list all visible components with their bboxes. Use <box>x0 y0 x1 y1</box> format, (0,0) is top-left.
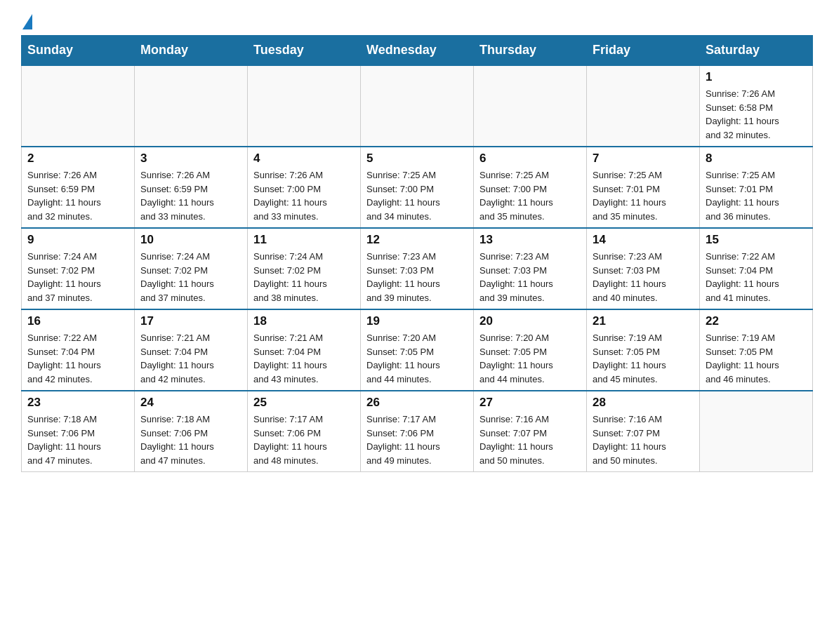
calendar-cell: 13Sunrise: 7:23 AM Sunset: 7:03 PM Dayli… <box>474 228 587 309</box>
day-info: Sunrise: 7:19 AM Sunset: 7:05 PM Dayligh… <box>706 331 807 386</box>
calendar-cell: 18Sunrise: 7:21 AM Sunset: 7:04 PM Dayli… <box>248 309 361 391</box>
day-number: 11 <box>253 233 355 247</box>
day-number: 5 <box>366 152 468 166</box>
day-number: 4 <box>253 152 355 166</box>
day-number: 17 <box>140 314 241 328</box>
calendar-cell: 8Sunrise: 7:25 AM Sunset: 7:01 PM Daylig… <box>700 147 813 228</box>
day-number: 28 <box>593 396 694 410</box>
calendar-cell <box>248 65 361 147</box>
day-info: Sunrise: 7:21 AM Sunset: 7:04 PM Dayligh… <box>253 331 355 386</box>
day-info: Sunrise: 7:26 AM Sunset: 6:59 PM Dayligh… <box>140 168 241 223</box>
day-info: Sunrise: 7:26 AM Sunset: 6:59 PM Dayligh… <box>27 168 128 223</box>
calendar-cell: 7Sunrise: 7:25 AM Sunset: 7:01 PM Daylig… <box>587 147 700 228</box>
day-number: 16 <box>27 314 128 328</box>
logo <box>21 14 32 28</box>
day-number: 25 <box>253 396 355 410</box>
calendar-cell: 21Sunrise: 7:19 AM Sunset: 7:05 PM Dayli… <box>587 309 700 391</box>
day-number: 9 <box>27 233 128 247</box>
day-info: Sunrise: 7:21 AM Sunset: 7:04 PM Dayligh… <box>140 331 241 386</box>
calendar-cell: 22Sunrise: 7:19 AM Sunset: 7:05 PM Dayli… <box>700 309 813 391</box>
day-info: Sunrise: 7:16 AM Sunset: 7:07 PM Dayligh… <box>479 412 581 467</box>
day-number: 18 <box>253 314 355 328</box>
day-number: 24 <box>140 396 241 410</box>
calendar-cell: 1Sunrise: 7:26 AM Sunset: 6:58 PM Daylig… <box>700 65 813 147</box>
day-info: Sunrise: 7:22 AM Sunset: 7:04 PM Dayligh… <box>706 250 807 304</box>
calendar-cell <box>135 65 248 147</box>
calendar-cell: 19Sunrise: 7:20 AM Sunset: 7:05 PM Dayli… <box>361 309 474 391</box>
day-number: 3 <box>140 152 241 166</box>
day-info: Sunrise: 7:25 AM Sunset: 7:01 PM Dayligh… <box>593 168 694 223</box>
calendar-cell: 5Sunrise: 7:25 AM Sunset: 7:00 PM Daylig… <box>361 147 474 228</box>
day-number: 8 <box>706 152 807 166</box>
day-info: Sunrise: 7:26 AM Sunset: 7:00 PM Dayligh… <box>253 168 355 223</box>
day-number: 7 <box>593 152 694 166</box>
calendar-cell: 6Sunrise: 7:25 AM Sunset: 7:00 PM Daylig… <box>474 147 587 228</box>
calendar-cell <box>700 391 813 472</box>
weekday-header-saturday: Saturday <box>700 36 813 66</box>
calendar-cell: 28Sunrise: 7:16 AM Sunset: 7:07 PM Dayli… <box>587 391 700 472</box>
weekday-header-wednesday: Wednesday <box>361 36 474 66</box>
day-info: Sunrise: 7:23 AM Sunset: 7:03 PM Dayligh… <box>479 250 581 304</box>
calendar-cell <box>22 65 135 147</box>
week-row-1: 1Sunrise: 7:26 AM Sunset: 6:58 PM Daylig… <box>22 65 813 147</box>
day-info: Sunrise: 7:18 AM Sunset: 7:06 PM Dayligh… <box>140 412 241 467</box>
calendar-cell: 3Sunrise: 7:26 AM Sunset: 6:59 PM Daylig… <box>135 147 248 228</box>
calendar-cell: 15Sunrise: 7:22 AM Sunset: 7:04 PM Dayli… <box>700 228 813 309</box>
day-info: Sunrise: 7:16 AM Sunset: 7:07 PM Dayligh… <box>593 412 694 467</box>
day-info: Sunrise: 7:25 AM Sunset: 7:01 PM Dayligh… <box>706 168 807 223</box>
calendar-cell: 16Sunrise: 7:22 AM Sunset: 7:04 PM Dayli… <box>22 309 135 391</box>
day-number: 20 <box>479 314 581 328</box>
calendar-cell: 12Sunrise: 7:23 AM Sunset: 7:03 PM Dayli… <box>361 228 474 309</box>
day-number: 21 <box>593 314 694 328</box>
day-number: 22 <box>706 314 807 328</box>
day-info: Sunrise: 7:17 AM Sunset: 7:06 PM Dayligh… <box>366 412 468 467</box>
day-number: 14 <box>593 233 694 247</box>
day-number: 10 <box>140 233 241 247</box>
day-info: Sunrise: 7:25 AM Sunset: 7:00 PM Dayligh… <box>479 168 581 223</box>
day-info: Sunrise: 7:20 AM Sunset: 7:05 PM Dayligh… <box>479 331 581 386</box>
week-row-5: 23Sunrise: 7:18 AM Sunset: 7:06 PM Dayli… <box>22 391 813 472</box>
calendar-cell: 27Sunrise: 7:16 AM Sunset: 7:07 PM Dayli… <box>474 391 587 472</box>
day-info: Sunrise: 7:24 AM Sunset: 7:02 PM Dayligh… <box>140 250 241 304</box>
day-number: 1 <box>706 70 807 84</box>
day-number: 6 <box>479 152 581 166</box>
day-number: 13 <box>479 233 581 247</box>
day-info: Sunrise: 7:19 AM Sunset: 7:05 PM Dayligh… <box>593 331 694 386</box>
day-info: Sunrise: 7:26 AM Sunset: 6:58 PM Dayligh… <box>706 87 807 142</box>
calendar-cell: 4Sunrise: 7:26 AM Sunset: 7:00 PM Daylig… <box>248 147 361 228</box>
day-info: Sunrise: 7:23 AM Sunset: 7:03 PM Dayligh… <box>593 250 694 304</box>
day-number: 23 <box>27 396 128 410</box>
day-number: 15 <box>706 233 807 247</box>
day-number: 2 <box>27 152 128 166</box>
weekday-header-row: SundayMondayTuesdayWednesdayThursdayFrid… <box>22 36 813 66</box>
calendar-cell <box>587 65 700 147</box>
page-header <box>21 14 813 28</box>
week-row-3: 9Sunrise: 7:24 AM Sunset: 7:02 PM Daylig… <box>22 228 813 309</box>
weekday-header-sunday: Sunday <box>22 36 135 66</box>
weekday-header-friday: Friday <box>587 36 700 66</box>
week-row-2: 2Sunrise: 7:26 AM Sunset: 6:59 PM Daylig… <box>22 147 813 228</box>
calendar-cell: 11Sunrise: 7:24 AM Sunset: 7:02 PM Dayli… <box>248 228 361 309</box>
calendar-cell: 9Sunrise: 7:24 AM Sunset: 7:02 PM Daylig… <box>22 228 135 309</box>
day-info: Sunrise: 7:18 AM Sunset: 7:06 PM Dayligh… <box>27 412 128 467</box>
day-info: Sunrise: 7:23 AM Sunset: 7:03 PM Dayligh… <box>366 250 468 304</box>
day-info: Sunrise: 7:20 AM Sunset: 7:05 PM Dayligh… <box>366 331 468 386</box>
day-info: Sunrise: 7:22 AM Sunset: 7:04 PM Dayligh… <box>27 331 128 386</box>
weekday-header-tuesday: Tuesday <box>248 36 361 66</box>
calendar-cell: 26Sunrise: 7:17 AM Sunset: 7:06 PM Dayli… <box>361 391 474 472</box>
weekday-header-thursday: Thursday <box>474 36 587 66</box>
day-number: 26 <box>366 396 468 410</box>
weekday-header-monday: Monday <box>135 36 248 66</box>
day-info: Sunrise: 7:24 AM Sunset: 7:02 PM Dayligh… <box>253 250 355 304</box>
calendar-cell: 17Sunrise: 7:21 AM Sunset: 7:04 PM Dayli… <box>135 309 248 391</box>
day-number: 12 <box>366 233 468 247</box>
day-info: Sunrise: 7:25 AM Sunset: 7:00 PM Dayligh… <box>366 168 468 223</box>
day-number: 27 <box>479 396 581 410</box>
week-row-4: 16Sunrise: 7:22 AM Sunset: 7:04 PM Dayli… <box>22 309 813 391</box>
calendar-table: SundayMondayTuesdayWednesdayThursdayFrid… <box>21 35 813 472</box>
calendar-cell: 24Sunrise: 7:18 AM Sunset: 7:06 PM Dayli… <box>135 391 248 472</box>
day-info: Sunrise: 7:17 AM Sunset: 7:06 PM Dayligh… <box>253 412 355 467</box>
day-info: Sunrise: 7:24 AM Sunset: 7:02 PM Dayligh… <box>27 250 128 304</box>
calendar-cell <box>474 65 587 147</box>
calendar-cell: 10Sunrise: 7:24 AM Sunset: 7:02 PM Dayli… <box>135 228 248 309</box>
